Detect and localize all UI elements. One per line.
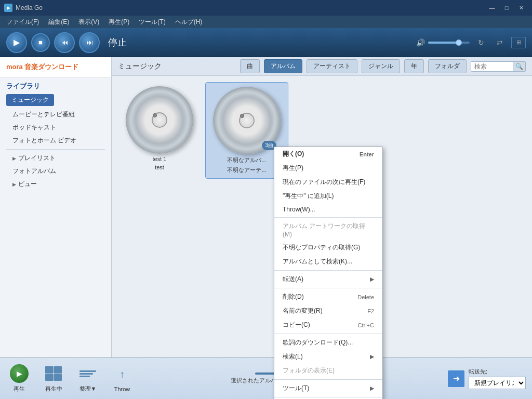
ctx-rename[interactable]: 名前の変更(R) F2 [274,304,382,318]
sidebar-item-photo-albums[interactable]: フォトアルバム [6,165,105,178]
transfer-label: 転送先: [469,368,526,376]
bottom-nowplaying-button[interactable]: 再生中 [41,364,66,393]
content-title: ミュージック [118,62,236,71]
ctx-download-lyrics[interactable]: 歌詞のダウンロード(Q)... [274,336,382,350]
throw-icon: ↑ [113,365,131,384]
menu-tools[interactable]: ツール(T) [135,17,169,28]
ctx-show-folder: フォルダの表示(E) [274,364,382,378]
bottom-sort-button[interactable]: 整理▼ [75,364,101,393]
menu-edit[interactable]: 編集(E) [44,17,73,28]
menu-play[interactable]: 再生(P) [104,17,134,28]
bottom-throw-button[interactable]: ↑ Throw [109,365,135,392]
album-cover: 3曲 [213,87,281,154]
toolbar: ▶ ■ ⏮ ⏭ 停止 🔊 ↻ ⇄ ⊞ [0,28,532,57]
ctx-add-to-playing[interactable]: "再生中" に追加(L) [274,189,382,203]
close-button[interactable]: ✕ [514,3,528,13]
sidebar-item-photos[interactable]: フォトとホーム ビデオ [6,134,105,147]
stop-button[interactable]: ■ [31,33,50,52]
ctx-throw[interactable]: Throw(W)... [274,203,382,216]
tab-songs[interactable]: 曲 [240,59,260,73]
transfer-area: ➜ 転送先: 新規プレイリスト [448,368,526,389]
content-header: ミュージック 曲 アルバム アーティスト ジャンル 年 フォルダ 🔍 [112,57,532,76]
search-box: 🔍 [471,61,526,72]
search-button[interactable]: 🔍 [513,62,525,71]
ctx-separator [274,288,382,288]
volume-area: 🔊 [416,38,470,47]
menu-view[interactable]: 表示(V) [74,17,103,28]
volume-icon: 🔊 [416,38,425,47]
menu-file[interactable]: ファイル(F) [2,17,43,28]
transfer-info: 転送先: 新規プレイリスト [469,368,526,389]
sidebar-item-movies[interactable]: ムービーとテレビ番組 [6,108,105,121]
mora-label: mora 音楽ダウンロード [6,63,78,71]
bottom-toolbar: ▶ 再生 再生中 整理▼ ↑ Throw [0,357,532,399]
library-section: ライブラリ ミュージック ムービーとテレビ番組 ポッドキャスト フォトとホーム … [0,77,111,193]
album-item[interactable]: test 1 test [118,82,201,179]
album-title: test 1 [153,156,167,162]
ctx-copy[interactable]: コピー(C) Ctrl+C [274,318,382,332]
tab-genres[interactable]: ジャンル [362,59,400,73]
album-sub: test [155,164,164,170]
ctx-separator [274,270,382,271]
play-button[interactable]: ▶ [6,32,27,53]
menu-help[interactable]: ヘルプ(H) [171,17,207,28]
expand-arrow-view: ▶ [12,182,16,187]
sidebar: mora 音楽ダウンロード ライブラリ ミュージック ムービーとテレビ番組 ポッ… [0,57,112,357]
disc-hole [240,114,244,118]
ctx-separator [274,397,382,397]
ctx-transfer[interactable]: 転送(A) ▶ [274,272,382,286]
ctx-get-properties[interactable]: 不明なプロパティの取得(G) [274,241,382,255]
shuffle-button[interactable]: ⇄ [493,35,507,50]
grid-icon [45,366,62,381]
sort-label: 整理▼ [79,385,97,393]
prev-button[interactable]: ⏮ [54,32,75,53]
minimize-button[interactable]: — [485,3,499,13]
ctx-search-album[interactable]: アルバムとして検索(K)... [274,255,382,269]
library-title: ライブラリ [6,82,105,91]
bottom-play-button[interactable]: ▶ 再生 [6,364,32,393]
ctx-get-artwork: アルバム アートワークの取得(M) [274,219,382,241]
ctx-play-next[interactable]: 現在のファイルの次に再生(F) [274,175,382,189]
volume-slider[interactable] [428,42,470,44]
disc [126,86,193,154]
sidebar-item-view[interactable]: ▶ ビュー [6,178,105,191]
sidebar-item-music[interactable]: ミュージック [6,94,54,106]
titlebar: ▶ Media Go — □ ✕ [0,0,532,16]
tab-artists[interactable]: アーティスト [307,59,357,73]
repeat-button[interactable]: ↻ [474,35,488,50]
next-button[interactable]: ⏭ [79,32,100,53]
disc-hole [153,113,157,117]
context-menu: 開く(O) Enter 再生(P) 現在のファイルの次に再生(F) "再生中" … [274,147,383,399]
ctx-tools[interactable]: ツール(T) ▶ [274,381,382,395]
tab-albums[interactable]: アルバム [264,59,302,73]
tab-years[interactable]: 年 [404,59,424,73]
throw-arrow-icon: ↑ [119,368,125,380]
sidebar-item-podcasts[interactable]: ポッドキャスト [6,121,105,134]
toolbar-status: 停止 [108,36,127,49]
transfer-button[interactable]: ➜ [448,370,464,387]
titlebar-left: ▶ Media Go [4,4,43,12]
ctx-delete[interactable]: 削除(D) Delete [274,290,382,304]
ctx-separator [274,334,382,334]
ctx-play[interactable]: 再生(P) [274,161,382,175]
menubar: ファイル(F) 編集(E) 表示(V) 再生(P) ツール(T) ヘルプ(H) [0,16,532,28]
sort-lines [79,370,96,377]
ctx-search[interactable]: 検索(L) ▶ [274,350,382,364]
search-input[interactable] [471,62,513,71]
mora-banner[interactable]: mora 音楽ダウンロード [0,57,111,77]
screen-button[interactable]: ⊞ [511,37,526,48]
expand-arrow-playlists: ▶ [12,156,16,161]
album-title: 不明なアルバ... [227,156,266,164]
album-sub: 不明なアーテ... [227,166,266,174]
sidebar-item-playlists[interactable]: ▶ プレイリスト [6,152,105,165]
nowplaying-icon [44,364,63,383]
sidebar-divider [6,149,105,150]
ctx-separator [274,217,382,218]
transfer-destination-select[interactable]: 新規プレイリスト [469,377,526,389]
maximize-button[interactable]: □ [500,3,513,13]
play-icon: ▶ [10,364,29,383]
titlebar-controls: — □ ✕ [485,3,528,13]
play-label: 再生 [14,385,25,393]
ctx-open[interactable]: 開く(O) Enter [274,147,382,161]
tab-folders[interactable]: フォルダ [428,59,467,73]
